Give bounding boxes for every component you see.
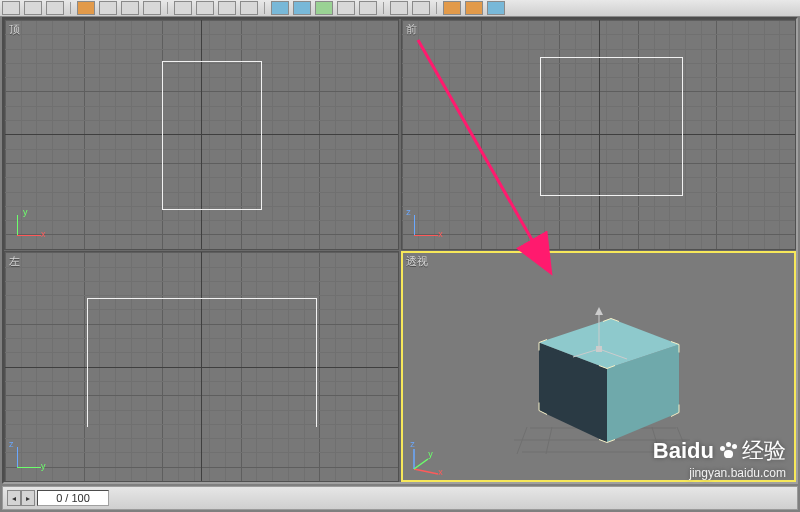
svg-line-15 [414, 469, 438, 474]
svg-line-12 [599, 349, 627, 359]
svg-marker-11 [595, 307, 603, 315]
svg-line-17 [414, 459, 428, 469]
object-wireframe[interactable] [87, 298, 317, 427]
viewport-top[interactable]: 顶 document.write(Array.from({length:25},… [4, 19, 399, 250]
toolbar-separator [167, 2, 168, 14]
axis-tripod: x z [408, 209, 442, 243]
select-icon[interactable] [77, 1, 95, 15]
mirror-icon[interactable] [240, 1, 258, 15]
object-wireframe[interactable] [540, 57, 683, 196]
render-frame-icon[interactable] [465, 1, 483, 15]
axis-y-label: y [428, 449, 433, 459]
watermark-cjk: 经验 [742, 436, 786, 466]
abc-icon[interactable] [412, 1, 430, 15]
material-editor-icon[interactable] [271, 1, 289, 15]
angle-snap-icon[interactable] [196, 1, 214, 15]
paw-icon [720, 442, 740, 460]
schematic-view-icon[interactable] [359, 1, 377, 15]
toolbar-separator [264, 2, 265, 14]
main-toolbar [0, 0, 800, 17]
viewport-left[interactable]: 左 document.write(Array.from({length:25},… [4, 251, 399, 482]
axis-tripod: x y z [408, 441, 442, 475]
named-selection-icon[interactable] [390, 1, 408, 15]
axis-tripod: x y [11, 209, 45, 243]
status-bar: ◂ ▸ 0 / 100 [2, 486, 798, 510]
percent-snap-icon[interactable] [218, 1, 236, 15]
app-root: 顶 document.write(Array.from({length:25},… [0, 0, 800, 512]
redo-icon[interactable] [24, 1, 42, 15]
render-icon[interactable] [293, 1, 311, 15]
axis-y-label: y [41, 461, 46, 471]
axis-tripod: y z [11, 441, 45, 475]
svg-rect-14 [596, 346, 602, 352]
toolbar-separator [70, 2, 71, 14]
axis-x-label: x [438, 467, 443, 477]
frame-value[interactable]: 0 / 100 [37, 490, 109, 506]
axis-x-label: x [438, 229, 443, 239]
watermark-brand-accent: du [687, 438, 714, 464]
snap-icon[interactable] [174, 1, 192, 15]
watermark-brand: Bai [653, 438, 687, 464]
frame-next-button[interactable]: ▸ [21, 490, 35, 506]
axis-x-label: x [41, 229, 46, 239]
rotate-icon[interactable] [121, 1, 139, 15]
viewport-front[interactable]: 前 document.write(Array.from({length:25},… [401, 19, 796, 250]
frame-spinner: ◂ ▸ 0 / 100 [7, 490, 111, 506]
undo-icon[interactable] [2, 1, 20, 15]
watermark-sub: jingyan.baidu.com [653, 466, 786, 480]
render-setup-icon[interactable] [443, 1, 461, 15]
quad-viewport-container: 顶 document.write(Array.from({length:25},… [2, 17, 798, 484]
align-icon[interactable] [315, 1, 333, 15]
axis-z-label: z [410, 439, 415, 449]
svg-line-13 [573, 349, 599, 357]
quick-render-icon[interactable] [487, 1, 505, 15]
axis-y-label: y [23, 207, 28, 217]
move-icon[interactable] [99, 1, 117, 15]
toolbar-separator [436, 2, 437, 14]
toolbar-separator [383, 2, 384, 14]
scale-icon[interactable] [143, 1, 161, 15]
watermark: Baidu 经验 jingyan.baidu.com [653, 436, 786, 480]
layers-icon[interactable] [337, 1, 355, 15]
frame-prev-button[interactable]: ◂ [7, 490, 21, 506]
object-wireframe[interactable] [162, 61, 262, 209]
link-icon[interactable] [46, 1, 64, 15]
axis-z-label: z [406, 207, 411, 217]
transform-gizmo[interactable] [559, 299, 639, 379]
axis-z-label: z [9, 439, 14, 449]
